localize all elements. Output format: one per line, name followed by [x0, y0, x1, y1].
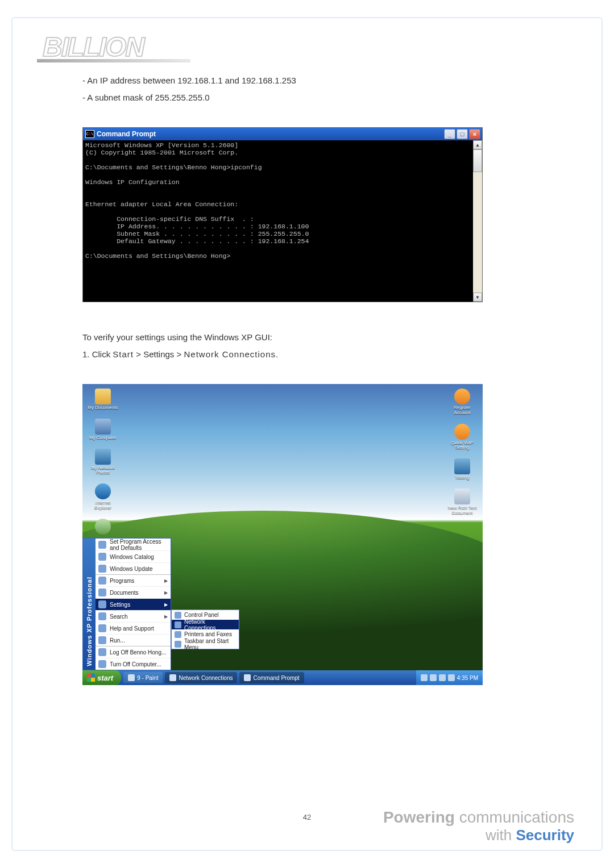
menu-item-icon: [98, 600, 106, 608]
submenu-item-icon: [175, 612, 181, 619]
start-menu-item[interactable]: Search▶: [96, 610, 171, 622]
scroll-down-button[interactable]: ▼: [473, 293, 482, 302]
bullet-subnet: - A subnet mask of 255.255.255.0: [82, 91, 560, 105]
desktop-icon-label: Testing: [446, 475, 478, 481]
content: - An IP address between 192.168.1.1 and …: [82, 74, 560, 685]
page: BILLION - An IP address between 192.168.…: [0, 0, 614, 868]
menu-item-icon: [98, 577, 106, 585]
step1-gt2: >: [174, 349, 184, 359]
desktop-icon-label: My Network Places: [87, 466, 119, 476]
tray-icon[interactable]: [421, 674, 428, 681]
desktop-icon[interactable]: Register Account: [446, 389, 478, 416]
start-menu-item[interactable]: Set Program Access and Defaults: [96, 539, 171, 550]
tray-icon[interactable]: [448, 674, 455, 681]
desktop-icon-label: My Computer: [87, 436, 119, 441]
menu-item-icon: [98, 648, 106, 656]
desktop-icon[interactable]: My Documents: [87, 389, 119, 411]
desktop-icon-glyph: [454, 458, 470, 474]
taskbar-item-label: Network Connections: [179, 675, 233, 681]
menu-item-label: Settings: [110, 602, 130, 608]
menu-item-label: Run...: [110, 637, 125, 644]
submenu-item[interactable]: Taskbar and Start Menu: [172, 639, 239, 649]
desktop-icon-label: Internet Explorer: [87, 500, 119, 511]
menu-item-icon: [98, 612, 106, 620]
desktop-icon[interactable]: My Network Places: [87, 449, 119, 476]
settings-submenu[interactable]: Control PanelNetwork ConnectionsPrinters…: [171, 610, 239, 649]
start-menu[interactable]: Windows XP Professional Set Program Acce…: [82, 538, 171, 670]
start-menu-items: Set Program Access and DefaultsWindows C…: [96, 539, 171, 670]
clock: 4:35 PM: [457, 675, 478, 681]
start-menu-item[interactable]: Run...: [96, 634, 171, 646]
submenu-arrow-icon: ▶: [164, 578, 168, 583]
step1-gt1: >: [134, 349, 143, 359]
taskbar-item-icon: [244, 674, 251, 681]
start-menu-item[interactable]: Help and Support: [96, 622, 171, 634]
windows-flag-icon: [87, 674, 95, 682]
cmd-title-icon: C:\: [85, 130, 94, 138]
start-menu-item[interactable]: Windows Update: [96, 562, 171, 574]
step1-net: Network Connections: [184, 349, 276, 359]
desktop-icon-glyph: [95, 483, 111, 499]
desktop-icons-left: My DocumentsMy ComputerMy Network Places…: [87, 389, 119, 536]
menu-item-label: Help and Support: [110, 625, 154, 632]
menu-item-label: Search: [110, 614, 128, 620]
bullet-ip: - An IP address between 192.168.1.1 and …: [82, 74, 560, 87]
taskbar-item[interactable]: Command Prompt: [239, 672, 304, 683]
submenu-arrow-icon: ▶: [164, 602, 168, 607]
desktop-icon[interactable]: Quick VoIP Setting: [446, 424, 478, 451]
taskbar[interactable]: start 9 - PaintNetwork ConnectionsComman…: [82, 670, 483, 685]
desktop-icons-right: Register AccountQuick VoIP SettingTestin…: [446, 389, 478, 516]
scroll-up-button[interactable]: ▲: [473, 140, 482, 149]
desktop-icon[interactable]: New Rich Text Document: [446, 489, 478, 516]
close-button[interactable]: ×: [469, 129, 480, 139]
menu-item-icon: [98, 636, 106, 644]
xp-side-strip: Windows XP Professional: [83, 539, 96, 670]
start-menu-item[interactable]: Programs▶: [96, 574, 171, 586]
minimize-button[interactable]: _: [444, 129, 455, 139]
maximize-button[interactable]: □: [457, 129, 468, 139]
submenu-arrow-icon: ▶: [164, 590, 168, 595]
tray-icon[interactable]: [439, 674, 446, 681]
taskbar-item[interactable]: Network Connections: [165, 672, 237, 683]
cmd-scrollbar[interactable]: ▲ ▼: [473, 140, 482, 302]
brand-logo: BILLION: [37, 31, 577, 62]
submenu-item-label: Control Panel: [184, 612, 219, 618]
menu-item-icon: [98, 553, 106, 561]
desktop-icon[interactable]: [87, 519, 119, 536]
scroll-track[interactable]: [473, 149, 482, 293]
menu-item-label: Documents: [110, 590, 139, 596]
scroll-thumb[interactable]: [473, 149, 482, 172]
start-button[interactable]: start: [82, 670, 121, 685]
start-menu-item[interactable]: Turn Off Computer...: [96, 658, 171, 670]
start-menu-item[interactable]: Documents▶: [96, 586, 171, 598]
taskbar-item-label: 9 - Paint: [137, 675, 158, 681]
desktop-icon[interactable]: Testing: [446, 458, 478, 481]
submenu-item-label: Printers and Faxes: [184, 631, 232, 637]
desktop-icon-glyph: [454, 389, 470, 404]
taskbar-item[interactable]: 9 - Paint: [123, 672, 163, 683]
cmd-text[interactable]: Microsoft Windows XP [Version 5.1.2600] …: [83, 140, 473, 302]
footer-with: with: [486, 827, 516, 844]
desktop-icon-glyph: [95, 449, 111, 465]
footer-brand: Powering communications with Security: [383, 808, 574, 844]
desktop-icon[interactable]: My Computer: [87, 419, 119, 441]
cmd-titlebar[interactable]: C:\ Command Prompt _ □ ×: [83, 128, 482, 140]
start-menu-item[interactable]: Windows Catalog: [96, 550, 171, 562]
menu-item-label: Windows Catalog: [110, 554, 154, 560]
menu-item-label: Windows Update: [110, 566, 153, 572]
step-1: 1. Click Start > Settings > Network Conn…: [82, 348, 560, 361]
start-menu-item[interactable]: Settings▶: [96, 598, 171, 610]
systray[interactable]: 4:35 PM: [416, 670, 483, 685]
cmd-body: Microsoft Windows XP [Version 5.1.2600] …: [83, 140, 482, 302]
step1-prefix: 1. Click: [82, 349, 113, 359]
desktop-icon-glyph: [454, 489, 470, 504]
tray-icon[interactable]: [430, 674, 437, 681]
desktop-icon[interactable]: Internet Explorer: [87, 483, 119, 511]
submenu-item-icon: [175, 621, 181, 628]
start-menu-item[interactable]: Log Off Benno Hong...: [96, 646, 171, 658]
taskbar-item-icon: [128, 674, 135, 681]
desktop-icon-label: My Documents: [87, 406, 119, 411]
menu-item-label: Turn Off Computer...: [110, 661, 161, 667]
submenu-item[interactable]: Network Connections: [172, 620, 239, 629]
submenu-item-label: Taskbar and Start Menu: [184, 638, 236, 650]
